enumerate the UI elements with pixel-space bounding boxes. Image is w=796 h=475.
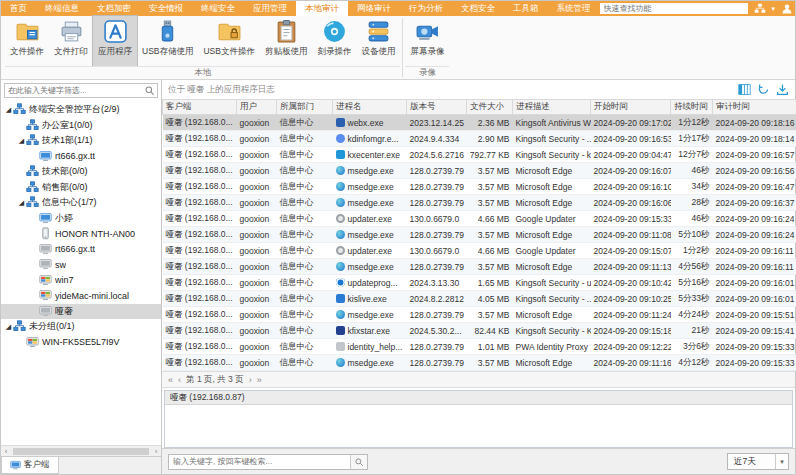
table-row[interactable]: 哑奢 (192.168.0...gooxion信息中心updater.exe13… bbox=[163, 211, 796, 227]
tree-node-rt666.gx.tt[interactable]: rt666.gx.tt bbox=[1, 242, 161, 258]
cell-进程描述: Kingsoft Security - K... bbox=[513, 323, 591, 339]
ribbon-button-USB文件操作[interactable]: USB文件操作 bbox=[198, 16, 259, 66]
cell-审计时间: 2024-09-20 09:16:37 bbox=[713, 195, 796, 211]
tree-node-终端安全管控平台(2/9)[interactable]: ◢终端安全管控平台(2/9) bbox=[1, 102, 161, 118]
quick-search-input[interactable] bbox=[600, 3, 748, 14]
table-row[interactable]: 哑奢 (192.168.0...gooxion信息中心kdinfomgr.e..… bbox=[163, 131, 796, 147]
ribbon-button-USB存储使用[interactable]: USB存储使用 bbox=[137, 16, 198, 66]
tab-clients[interactable]: 客户端 bbox=[1, 457, 59, 474]
table-row[interactable]: 哑奢 (192.168.0...gooxion信息中心updateprog...… bbox=[163, 275, 796, 291]
tree-node-yideMac-mini.local[interactable]: yideMac-mini.local bbox=[1, 288, 161, 304]
scroll-right-icon[interactable]: › bbox=[151, 447, 161, 456]
menu-tab-系统管理[interactable]: 系统管理 bbox=[548, 1, 600, 16]
scroll-left-icon[interactable]: ‹ bbox=[1, 447, 11, 456]
table-row[interactable]: 哑奢 (192.168.0...gooxion信息中心msedge.exe128… bbox=[163, 307, 796, 323]
ribbon-button-剪贴板使用[interactable]: 剪贴板使用 bbox=[260, 16, 313, 66]
export-icon[interactable] bbox=[776, 83, 789, 96]
column-header-文件大小[interactable]: 文件大小 bbox=[467, 100, 513, 115]
process-name: kfixstar.exe bbox=[348, 326, 391, 336]
menu-tab-安全情报[interactable]: 安全情报 bbox=[140, 1, 192, 16]
last-page-icon[interactable]: » bbox=[257, 375, 262, 385]
menu-tab-文档安全[interactable]: 文档安全 bbox=[452, 1, 504, 16]
cell-文件大小: 3.57 MB bbox=[467, 259, 513, 275]
tree-node-rt666.gx.tt[interactable]: rt666.gx.tt bbox=[1, 149, 161, 165]
table-row[interactable]: 哑奢 (192.168.0...gooxion信息中心msedge.exe128… bbox=[163, 163, 796, 179]
tree-node-win7[interactable]: win7 bbox=[1, 273, 161, 289]
user-menu[interactable]: admin bbox=[781, 3, 796, 15]
table-row[interactable]: 哑奢 (192.168.0...gooxion信息中心updater.exe13… bbox=[163, 243, 796, 259]
menu-tab-工具箱[interactable]: 工具箱 bbox=[504, 1, 548, 16]
column-header-进程描述[interactable]: 进程描述 bbox=[513, 100, 591, 115]
table-row[interactable]: 哑奢 (192.168.0...gooxion信息中心identity_help… bbox=[163, 339, 796, 355]
menu-tab-行为分析[interactable]: 行为分析 bbox=[400, 1, 452, 16]
collapse-caret-icon[interactable]: ◢ bbox=[4, 106, 13, 114]
menu-tab-网络审计[interactable]: 网络审计 bbox=[348, 1, 400, 16]
cell-文件大小: 2.36 MB bbox=[467, 115, 513, 131]
tree-node-销售部(0/0)[interactable]: 销售部(0/0) bbox=[1, 180, 161, 196]
ribbon-button-屏幕录像[interactable]: 屏幕录像 bbox=[405, 16, 449, 66]
prev-page-icon[interactable]: ‹ bbox=[178, 375, 181, 385]
sidebar-filter-input[interactable] bbox=[5, 86, 144, 95]
tree-node-办公室1(0/0)[interactable]: 办公室1(0/0) bbox=[1, 118, 161, 134]
menu-tab-终端安全[interactable]: 终端安全 bbox=[192, 1, 244, 16]
ribbon-button-文件操作[interactable]: 文件操作 bbox=[5, 16, 49, 66]
tree-node-sw[interactable]: sw bbox=[1, 257, 161, 273]
column-header-客户端[interactable]: 客户端 bbox=[163, 100, 237, 115]
menu-tab-首页[interactable]: 首页 bbox=[1, 1, 36, 16]
keyword-input[interactable] bbox=[169, 455, 350, 469]
tree-node-信息中心(1/7)[interactable]: ◢信息中心(1/7) bbox=[1, 195, 161, 211]
keyword-search-button[interactable] bbox=[350, 455, 367, 469]
table-row[interactable]: 哑奢 (192.168.0...gooxion信息中心kxecenter.exe… bbox=[163, 147, 796, 163]
menu-tab-终端信息[interactable]: 终端信息 bbox=[36, 1, 88, 16]
refresh-icon[interactable] bbox=[757, 83, 770, 96]
column-header-开始时间[interactable]: 开始时间 bbox=[591, 100, 671, 115]
cell-进程描述: Kingsoft Security - ... bbox=[513, 131, 591, 147]
table-row[interactable]: 哑奢 (192.168.0...gooxion信息中心msedge.exe128… bbox=[163, 355, 796, 371]
caret-down-icon[interactable]: ▾ bbox=[772, 5, 776, 13]
menu-tab-文档加密[interactable]: 文档加密 bbox=[88, 1, 140, 16]
search-icon[interactable] bbox=[144, 85, 155, 96]
first-page-icon[interactable]: « bbox=[168, 375, 173, 385]
date-range-button[interactable]: 近7天 ▾ bbox=[727, 453, 789, 470]
ribbon-button-刻录操作[interactable]: 刻录操作 bbox=[312, 16, 356, 66]
process-cell: kdinfomgr.e... bbox=[336, 134, 404, 144]
column-header-用户[interactable]: 用户 bbox=[237, 100, 277, 115]
table-row[interactable]: 哑奢 (192.168.0...gooxion信息中心kfixstar.exe2… bbox=[163, 323, 796, 339]
ribbon-button-应用程序[interactable]: 应用程序 bbox=[93, 16, 137, 66]
table-row[interactable]: 哑奢 (192.168.0...gooxion信息中心msedge.exe128… bbox=[163, 259, 796, 275]
ribbon-button-设备使用[interactable]: 设备使用 bbox=[356, 16, 400, 66]
scroll-thumb[interactable] bbox=[13, 448, 149, 455]
column-header-版本号[interactable]: 版本号 bbox=[407, 100, 467, 115]
caret-down-icon: ▾ bbox=[775, 454, 788, 469]
menu-tab-本地审计[interactable]: 本地审计 bbox=[296, 1, 348, 16]
column-header-进程名[interactable]: 进程名 bbox=[333, 100, 407, 115]
next-page-icon[interactable]: › bbox=[249, 375, 252, 385]
table-row[interactable]: 哑奢 (192.168.0...gooxion信息中心kislive.exe20… bbox=[163, 291, 796, 307]
table-row[interactable]: 哑奢 (192.168.0...gooxion信息中心msedge.exe128… bbox=[163, 227, 796, 243]
column-header-持续时间[interactable]: 持续时间 bbox=[671, 100, 713, 115]
org-tree-icon[interactable] bbox=[754, 3, 766, 15]
column-header-所属部门[interactable]: 所属部门 bbox=[277, 100, 333, 115]
columns-icon[interactable] bbox=[738, 83, 751, 96]
tree-node-技术部(0/0)[interactable]: 技术部(0/0) bbox=[1, 164, 161, 180]
cell-进程描述: PWA Identity Proxy ... bbox=[513, 339, 591, 355]
kislive-icon bbox=[336, 294, 345, 303]
collapse-caret-icon[interactable]: ◢ bbox=[17, 199, 26, 207]
table-row[interactable]: 哑奢 (192.168.0...gooxion信息中心webx.exe2023.… bbox=[163, 115, 796, 131]
table-row[interactable]: 哑奢 (192.168.0...gooxion信息中心msedge.exe128… bbox=[163, 179, 796, 195]
tree-node-HONOR NTH-AN00[interactable]: HONOR NTH-AN00 bbox=[1, 226, 161, 242]
tree-node-未分组(0/1)[interactable]: ◢未分组(0/1) bbox=[1, 319, 161, 335]
tree-node-小婷[interactable]: 小婷 bbox=[1, 211, 161, 227]
collapse-caret-icon[interactable]: ◢ bbox=[17, 137, 26, 145]
tree-node-WIN-FK5SE5L7I9V[interactable]: WIN-FK5SE5L7I9V bbox=[1, 335, 161, 351]
tree-node-哑奢[interactable]: 哑奢 bbox=[1, 304, 161, 320]
sidebar-hscrollbar[interactable]: ‹ › bbox=[1, 445, 161, 456]
process-name: webx.exe bbox=[348, 118, 384, 128]
ribbon-button-文件打印[interactable]: 文件打印 bbox=[49, 16, 93, 66]
menu-tab-应用管理[interactable]: 应用管理 bbox=[244, 1, 296, 16]
cell-审计时间: 2024-09-20 09:18:14 bbox=[713, 131, 796, 147]
collapse-caret-icon[interactable]: ◢ bbox=[4, 323, 13, 331]
table-row[interactable]: 哑奢 (192.168.0...gooxion信息中心msedge.exe128… bbox=[163, 195, 796, 211]
tree-node-技术1部(1/1)[interactable]: ◢技术1部(1/1) bbox=[1, 133, 161, 149]
column-header-审计时间[interactable]: 审计时间 bbox=[713, 100, 796, 115]
